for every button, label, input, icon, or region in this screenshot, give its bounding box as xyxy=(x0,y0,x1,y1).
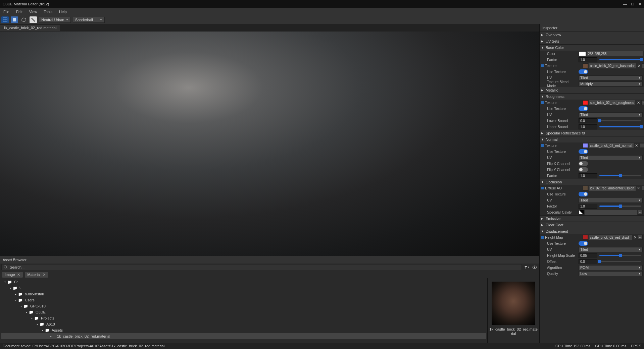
lowerbound-input[interactable] xyxy=(579,118,597,123)
browse-button[interactable]: ⋯ xyxy=(638,210,643,215)
tree-row[interactable]: ▸📁o3de-install xyxy=(1,291,486,297)
chevron-down-icon[interactable]: ▾ xyxy=(24,311,29,314)
tree-row[interactable]: ▪1k_castle_brick_02_red.material xyxy=(1,333,486,339)
filter-tag-material[interactable]: Material✕ xyxy=(25,272,48,278)
environment-dropdown[interactable]: Neutral Urban▼ xyxy=(39,17,71,23)
tree-row[interactable]: ▾📁Projects xyxy=(1,315,486,321)
browse-button[interactable]: ⋯ xyxy=(638,235,643,240)
tree-row[interactable]: ▾📁O3DE xyxy=(1,309,486,315)
lowerbound-slider[interactable] xyxy=(599,120,641,121)
texture-swatch[interactable] xyxy=(579,210,584,215)
clear-texture-button[interactable]: ✕ xyxy=(636,186,641,190)
heightmapscale-input[interactable] xyxy=(579,253,597,258)
material-icon[interactable] xyxy=(30,16,37,23)
browse-button[interactable]: ⋯ xyxy=(641,100,644,105)
chevron-down-icon[interactable]: ▾ xyxy=(13,299,18,302)
section-uvsets[interactable]: ▶UV Sets xyxy=(540,38,644,44)
factor-slider[interactable] xyxy=(599,175,641,176)
factor-input[interactable] xyxy=(579,57,597,62)
section-displacement[interactable]: ▼Displacement xyxy=(540,228,644,234)
flipy-toggle[interactable] xyxy=(579,167,588,172)
tree-row[interactable]: ▾📁\ xyxy=(1,285,486,291)
filter-tag-image[interactable]: Image✕ xyxy=(2,272,23,278)
shadow-icon[interactable] xyxy=(11,16,18,23)
uv-select[interactable]: Tiled▼ xyxy=(579,198,643,203)
texture-field[interactable]: astle_brick_02_red_basecolor xyxy=(589,63,636,68)
chevron-down-icon[interactable]: ▾ xyxy=(35,323,40,326)
asset-tree[interactable]: ▾📁C:▾📁\▸📁o3de-install▾📁Users▾📁GPC-610▾📁O… xyxy=(0,278,487,343)
uv-select[interactable]: Tiled▼ xyxy=(579,112,643,117)
menu-edit[interactable]: Edit xyxy=(16,10,22,14)
eye-icon[interactable] xyxy=(531,264,538,270)
close-icon[interactable]: ✕ xyxy=(17,273,20,277)
tree-row[interactable]: ▾📁Assets xyxy=(1,327,486,333)
heightmapscale-slider[interactable] xyxy=(599,255,641,256)
offset-slider[interactable] xyxy=(599,261,641,262)
texture-field[interactable]: ick_02_red_ambientoclussion xyxy=(589,186,636,191)
upperbound-slider[interactable] xyxy=(599,126,641,127)
chevron-down-icon[interactable]: ▾ xyxy=(19,305,23,308)
clear-texture-button[interactable]: ✕ xyxy=(633,235,637,240)
usetexture-toggle[interactable] xyxy=(579,241,588,246)
tree-row[interactable]: ▾📁Users xyxy=(1,297,486,303)
color-swatch[interactable] xyxy=(579,51,586,56)
menu-tools[interactable]: Tools xyxy=(44,10,52,14)
factor-input[interactable] xyxy=(579,204,597,209)
offset-input[interactable] xyxy=(579,259,597,264)
chevron-down-icon[interactable]: ▾ xyxy=(8,287,13,290)
factor-input[interactable] xyxy=(579,173,597,178)
texture-field[interactable]: stle_brick_02_red_roughness xyxy=(589,100,635,105)
texture-field[interactable] xyxy=(585,210,637,215)
blendmode-select[interactable]: Multiply▼ xyxy=(579,81,643,86)
color-value[interactable]: 255,255,255 xyxy=(587,51,643,56)
search-input[interactable]: Search... xyxy=(1,264,522,270)
close-icon[interactable]: ✕ xyxy=(43,273,46,277)
factor-slider[interactable] xyxy=(599,206,641,207)
section-emissive[interactable]: ▶Emissive xyxy=(540,216,644,222)
usetexture-toggle[interactable] xyxy=(579,106,588,111)
menu-help[interactable]: Help xyxy=(59,10,67,14)
browse-button[interactable]: ⋯ xyxy=(640,143,644,148)
tree-row[interactable]: ▾📁A610 xyxy=(1,321,486,327)
texture-swatch[interactable] xyxy=(583,63,588,68)
texture-swatch[interactable] xyxy=(583,143,588,148)
maximize-button[interactable]: ☐ xyxy=(631,2,634,6)
factor-slider[interactable] xyxy=(599,59,641,60)
menu-file[interactable]: File xyxy=(3,10,9,14)
chevron-down-icon[interactable]: ▾ xyxy=(40,329,45,332)
texture-field[interactable]: castle_brick_02_red_normal xyxy=(589,143,634,148)
section-basecolor[interactable]: ▼Base Color xyxy=(540,45,644,51)
texture-swatch[interactable] xyxy=(583,186,588,190)
cube-icon[interactable] xyxy=(20,16,28,23)
texture-swatch[interactable] xyxy=(583,100,588,105)
chevron-right-icon[interactable]: ▸ xyxy=(13,293,18,296)
minimize-button[interactable]: — xyxy=(623,2,627,6)
document-tab[interactable]: 1k_castle_brick_02_red.material xyxy=(0,25,60,31)
tree-row[interactable]: ▾📁C: xyxy=(1,279,486,285)
browse-button[interactable]: ⋯ xyxy=(642,186,644,190)
algorithm-select[interactable]: POM▼ xyxy=(579,265,643,270)
filter-icon[interactable]: ▾ xyxy=(523,264,530,270)
texture-swatch[interactable] xyxy=(583,235,588,240)
viewport[interactable] xyxy=(0,32,539,256)
grid-icon[interactable] xyxy=(1,16,9,23)
texture-field[interactable]: castle_brick_02_red_displ xyxy=(589,235,632,240)
chevron-down-icon[interactable]: ▾ xyxy=(30,317,34,320)
clear-texture-button[interactable]: ✕ xyxy=(636,101,641,105)
browse-button[interactable]: ⋯ xyxy=(642,63,644,68)
clear-texture-button[interactable]: ✕ xyxy=(634,143,639,148)
model-dropdown[interactable]: Shaderball▼ xyxy=(73,17,105,23)
section-metallic[interactable]: ▶Metallic xyxy=(540,87,644,93)
section-clearcoat[interactable]: ▶Clear Coat xyxy=(540,222,644,228)
usetexture-toggle[interactable] xyxy=(579,69,588,74)
upperbound-input[interactable] xyxy=(579,124,597,129)
usetexture-toggle[interactable] xyxy=(579,192,588,196)
section-specular[interactable]: ▶Specular Reflectance f0 xyxy=(540,130,644,136)
chevron-down-icon[interactable]: ▾ xyxy=(3,281,7,284)
flipx-toggle[interactable] xyxy=(579,161,588,166)
section-roughness[interactable]: ▼Roughness xyxy=(540,94,644,100)
close-button[interactable]: ✕ xyxy=(638,2,641,6)
menu-view[interactable]: View xyxy=(29,10,37,14)
uv-select[interactable]: Tiled▼ xyxy=(579,155,643,160)
section-overview[interactable]: ▶Overview xyxy=(540,32,644,38)
